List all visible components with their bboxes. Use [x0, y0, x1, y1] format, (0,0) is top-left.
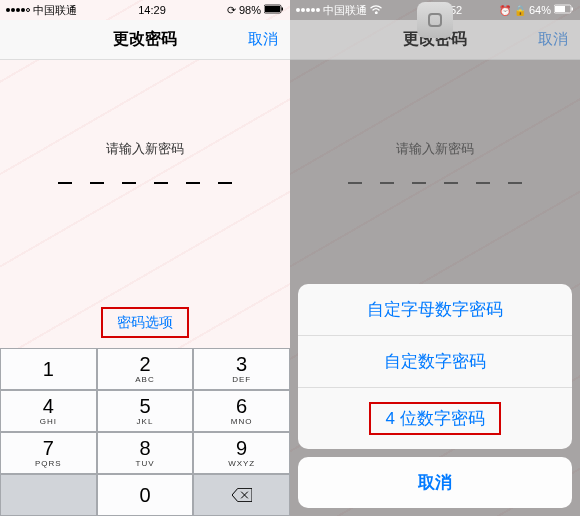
key-7[interactable]: 7PQRS: [0, 432, 97, 474]
cancel-button[interactable]: 取消: [248, 30, 278, 49]
option-4digit-label: 4 位数字密码: [385, 409, 484, 428]
content-area: 请输入新密码: [290, 60, 580, 184]
battery-icon: [264, 4, 284, 16]
svg-rect-1: [265, 6, 280, 12]
status-time: 14:29: [138, 4, 166, 16]
passcode-prompt: 请输入新密码: [290, 140, 580, 158]
carrier-label: 中国联通: [323, 3, 367, 18]
right-screenshot: 中国联通 下午1:52 ⏰ 🔒 64% 更改密码 取消 请输入新密码 自定字母数…: [290, 0, 580, 516]
key-4[interactable]: 4GHI: [0, 390, 97, 432]
passcode-options-button[interactable]: 密码选项: [117, 314, 173, 330]
action-sheet: 自定字母数字密码 自定数字密码 4 位数字密码 取消: [298, 284, 572, 508]
passcode-field: [290, 182, 580, 184]
nav-bar: 更改密码 取消: [0, 20, 290, 60]
assistive-touch-icon[interactable]: [417, 2, 453, 38]
option-4digit-highlight[interactable]: 4 位数字密码: [298, 388, 572, 449]
status-bar: 中国联通 14:29 ⟳ 98%: [0, 0, 290, 20]
key-2[interactable]: 2ABC: [97, 348, 194, 390]
battery-pct: 64%: [529, 4, 551, 16]
svg-rect-5: [571, 8, 573, 11]
key-9[interactable]: 9WXYZ: [193, 432, 290, 474]
svg-rect-2: [282, 8, 284, 11]
svg-rect-4: [555, 6, 565, 12]
signal-dots-icon: [6, 8, 30, 12]
key-backspace[interactable]: [193, 474, 290, 516]
option-custom-alphanumeric[interactable]: 自定字母数字密码: [298, 284, 572, 336]
content-area: 请输入新密码: [0, 60, 290, 184]
option-custom-numeric[interactable]: 自定数字密码: [298, 336, 572, 388]
sync-icon: ⟳: [227, 4, 236, 17]
passcode-options-highlight: 密码选项: [101, 307, 189, 338]
key-0[interactable]: 0: [97, 474, 194, 516]
left-screenshot: 中国联通 14:29 ⟳ 98% 更改密码 取消 请输入新密码 密码选项 1 2…: [0, 0, 290, 516]
passcode-prompt: 请输入新密码: [0, 140, 290, 158]
battery-icon: [554, 4, 574, 16]
sheet-cancel-button[interactable]: 取消: [298, 457, 572, 508]
key-6[interactable]: 6MNO: [193, 390, 290, 432]
passcode-field[interactable]: [0, 182, 290, 184]
signal-dots-icon: [296, 8, 320, 12]
carrier-label: 中国联通: [33, 3, 77, 18]
nav-title: 更改密码: [113, 29, 177, 50]
key-1[interactable]: 1: [0, 348, 97, 390]
battery-pct: 98%: [239, 4, 261, 16]
cancel-button[interactable]: 取消: [538, 30, 568, 49]
wifi-icon: [370, 4, 382, 16]
key-3[interactable]: 3DEF: [193, 348, 290, 390]
key-blank: [0, 474, 97, 516]
backspace-icon: [232, 488, 252, 502]
alarm-icon: ⏰: [499, 5, 511, 16]
lock-icon: 🔒: [514, 5, 526, 16]
key-8[interactable]: 8TUV: [97, 432, 194, 474]
key-5[interactable]: 5JKL: [97, 390, 194, 432]
numeric-keypad: 1 2ABC 3DEF 4GHI 5JKL 6MNO 7PQRS 8TUV 9W…: [0, 348, 290, 516]
